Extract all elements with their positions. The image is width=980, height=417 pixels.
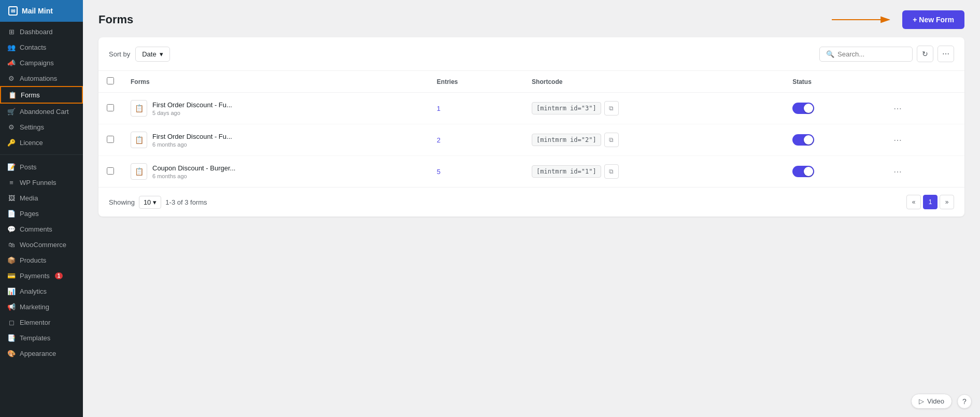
form-name-cell-2: 📋 Coupon Discount - Burger... 6 months a… <box>122 156 429 188</box>
status-toggle-0[interactable] <box>792 103 814 114</box>
sidebar-item-label: Elementor <box>20 319 50 326</box>
sidebar-item-woocommerce[interactable]: 🛍 WooCommerce <box>0 237 83 252</box>
sidebar-item-label: Analytics <box>20 287 47 295</box>
form-date-2: 6 months ago <box>152 173 235 179</box>
sidebar-item-label: Payments <box>20 272 50 280</box>
row-more-button-0[interactable]: ⋯ <box>889 102 956 116</box>
page-header: Forms + New Form <box>83 0 980 37</box>
first-page-button[interactable]: « <box>906 195 921 209</box>
video-button[interactable]: ▷ Video <box>911 394 952 409</box>
status-toggle-2[interactable] <box>792 166 814 177</box>
sidebar-item-pages[interactable]: 📄 Pages <box>0 206 83 221</box>
entries-cell-1: 2 <box>429 124 523 156</box>
sidebar-item-settings[interactable]: ⚙ Settings <box>0 119 83 135</box>
per-page-chevron: ▾ <box>153 198 157 206</box>
sidebar-item-licence[interactable]: 🔑 Licence <box>0 135 83 150</box>
sidebar-item-appearance[interactable]: 🎨 Appearance <box>0 346 83 361</box>
row-checkbox-1[interactable] <box>107 136 114 143</box>
col-shortcode: Shortcode <box>523 71 784 93</box>
entries-link-2[interactable]: 5 <box>437 168 441 176</box>
search-box: 🔍 <box>819 47 913 62</box>
sidebar-item-wp-funnels[interactable]: ≡ WP Funnels <box>0 175 83 190</box>
shortcode-code-1: [mintmrm id="2"] <box>532 134 601 146</box>
video-label: Video <box>927 397 944 405</box>
forms-icon: 📋 <box>8 91 17 99</box>
copy-shortcode-button-1[interactable]: ⧉ <box>604 133 619 147</box>
showing-section: Showing 10 ▾ 1-3 of 3 forms <box>109 196 207 209</box>
form-name-cell-0: 📋 First Order Discount - Fu... 5 days ag… <box>122 93 429 124</box>
new-form-button[interactable]: + New Form <box>902 10 964 29</box>
sidebar-item-label: Products <box>20 256 46 264</box>
help-button[interactable]: ? <box>957 394 972 409</box>
refresh-button[interactable]: ↻ <box>917 46 933 62</box>
actions-cell-0: ⋯ <box>881 93 964 124</box>
sidebar-item-abandoned-cart[interactable]: 🛒 Abandoned Cart <box>0 104 83 119</box>
table-row: 📋 Coupon Discount - Burger... 6 months a… <box>98 156 964 188</box>
main-content: Forms + New Form Sort by <box>83 0 980 417</box>
sidebar-item-elementor[interactable]: ◻ Elementor <box>0 314 83 330</box>
sidebar: ✉ Mail Mint ⊞ Dashboard 👥 Contacts 📣 Cam… <box>0 0 83 417</box>
sidebar-item-label: Licence <box>20 139 43 147</box>
sort-by-section: Sort by Date ▾ <box>109 47 170 62</box>
sidebar-item-comments[interactable]: 💬 Comments <box>0 221 83 237</box>
per-page-select[interactable]: 10 ▾ <box>139 196 161 209</box>
posts-icon: 📝 <box>7 163 16 171</box>
sidebar-item-products[interactable]: 📦 Products <box>0 252 83 268</box>
sidebar-item-payments[interactable]: 💳 Payments 1 <box>0 268 83 283</box>
sidebar-item-label: Marketing <box>20 303 49 311</box>
more-options-button[interactable]: ⋯ <box>938 46 954 62</box>
sidebar-item-dashboard[interactable]: ⊞ Dashboard <box>0 24 83 39</box>
col-entries: Entries <box>429 71 523 93</box>
col-forms: Forms <box>122 71 429 93</box>
row-checkbox-cell-2 <box>98 156 122 188</box>
sidebar-item-posts[interactable]: 📝 Posts <box>0 159 83 175</box>
sidebar-item-label: Abandoned Cart <box>20 108 69 116</box>
row-checkbox-cell-1 <box>98 124 122 156</box>
actions-cell-1: ⋯ <box>881 124 964 156</box>
form-info-2: Coupon Discount - Burger... 6 months ago <box>152 164 235 179</box>
row-checkbox-2[interactable] <box>107 167 114 175</box>
select-all-checkbox[interactable] <box>107 77 114 84</box>
page-1-button[interactable]: 1 <box>923 195 938 209</box>
sidebar-item-templates[interactable]: 📑 Templates <box>0 330 83 346</box>
col-actions <box>881 71 964 93</box>
search-input[interactable] <box>837 50 906 58</box>
sidebar-item-label: WP Funnels <box>20 179 56 186</box>
sidebar-logo-text: Mail Mint <box>22 7 53 15</box>
form-name-cell-1: 📋 First Order Discount - Fu... 6 months … <box>122 124 429 156</box>
comments-icon: 💬 <box>7 225 16 233</box>
products-icon: 📦 <box>7 256 16 264</box>
status-cell-1 <box>784 124 881 156</box>
sidebar-item-contacts[interactable]: 👥 Contacts <box>0 39 83 55</box>
copy-shortcode-button-0[interactable]: ⧉ <box>604 101 619 116</box>
entries-link-1[interactable]: 2 <box>437 136 441 144</box>
status-toggle-1[interactable] <box>792 134 814 146</box>
last-page-button[interactable]: » <box>940 195 954 209</box>
sidebar-item-analytics[interactable]: 📊 Analytics <box>0 283 83 299</box>
sidebar-item-label: Pages <box>20 210 39 218</box>
sidebar-item-media[interactable]: 🖼 Media <box>0 190 83 206</box>
sidebar-top-section: ⊞ Dashboard 👥 Contacts 📣 Campaigns ⚙ Aut… <box>0 22 83 152</box>
row-more-button-1[interactable]: ⋯ <box>889 133 956 147</box>
sidebar-item-campaigns[interactable]: 📣 Campaigns <box>0 55 83 70</box>
col-status: Status <box>784 71 881 93</box>
select-all-col <box>98 71 122 93</box>
sidebar-item-marketing[interactable]: 📢 Marketing <box>0 299 83 314</box>
row-checkbox-0[interactable] <box>107 104 114 111</box>
pagination: « 1 » <box>906 195 954 209</box>
form-info-0: First Order Discount - Fu... 5 days ago <box>152 101 232 116</box>
sidebar-divider <box>0 154 83 155</box>
search-icon: 🔍 <box>826 50 834 58</box>
copy-shortcode-button-2[interactable]: ⧉ <box>604 164 619 179</box>
sidebar-logo[interactable]: ✉ Mail Mint <box>0 0 83 22</box>
entries-link-0[interactable]: 1 <box>437 105 441 112</box>
sidebar-item-automations[interactable]: ⚙ Automations <box>0 70 83 86</box>
row-more-button-2[interactable]: ⋯ <box>889 165 956 179</box>
abandoned-cart-icon: 🛒 <box>7 107 16 116</box>
sidebar-item-label: Dashboard <box>20 28 53 36</box>
form-name-text-2: Coupon Discount - Burger... <box>152 164 235 172</box>
sort-select[interactable]: Date ▾ <box>135 47 169 62</box>
campaigns-icon: 📣 <box>7 59 16 67</box>
toolbar-right: 🔍 ↻ ⋯ <box>819 46 954 62</box>
sidebar-item-forms[interactable]: 📋 Forms <box>0 86 83 104</box>
